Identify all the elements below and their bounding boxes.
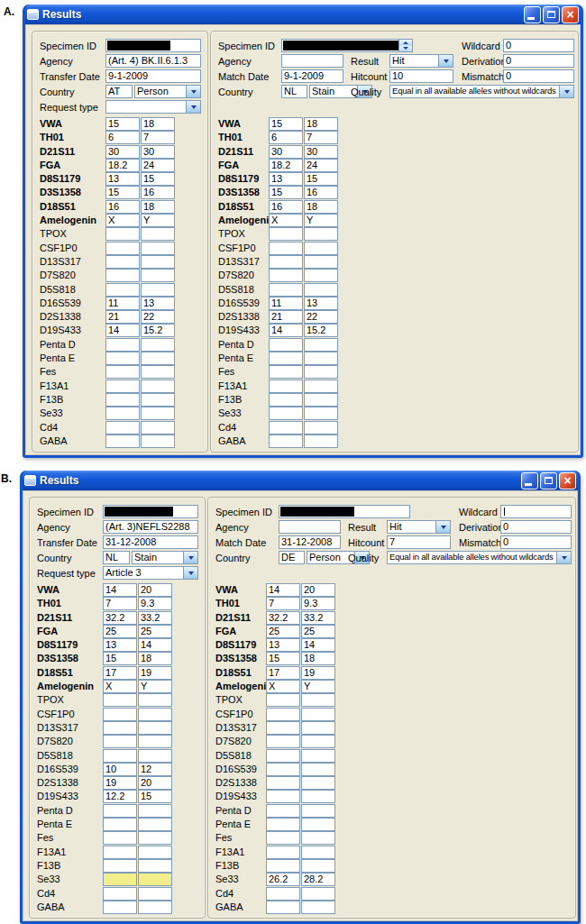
allele-input[interactable]: 30 xyxy=(141,145,175,159)
allele-input[interactable] xyxy=(266,763,300,776)
allele-input[interactable]: 25 xyxy=(301,625,335,638)
allele-input[interactable] xyxy=(103,708,137,721)
allele-input[interactable]: 13 xyxy=(141,297,175,310)
allele-input[interactable] xyxy=(304,269,338,282)
allele-input[interactable]: Y xyxy=(138,680,172,693)
allele-input[interactable] xyxy=(103,818,137,831)
allele-input[interactable]: 30 xyxy=(304,145,338,159)
allele-input[interactable]: 18 xyxy=(141,117,175,131)
allele-input[interactable]: 10 xyxy=(103,763,137,776)
transfer-date-input[interactable]: 31-12-2008 xyxy=(103,535,198,549)
allele-input[interactable] xyxy=(105,435,140,448)
allele-input[interactable] xyxy=(304,421,338,435)
result-combo[interactable]: Hit xyxy=(387,520,451,534)
allele-input[interactable]: 25 xyxy=(138,625,172,638)
maximize-button[interactable] xyxy=(543,6,560,23)
allele-input[interactable]: 17 xyxy=(266,666,300,680)
allele-input[interactable]: 15 xyxy=(103,652,137,665)
allele-input[interactable] xyxy=(269,338,303,352)
allele-input[interactable]: 18 xyxy=(141,200,175,214)
allele-input[interactable] xyxy=(304,242,338,255)
allele-input[interactable] xyxy=(269,435,303,448)
allele-input[interactable] xyxy=(269,393,303,407)
allele-input[interactable] xyxy=(269,365,303,379)
allele-input[interactable] xyxy=(105,227,140,241)
chevron-down-icon[interactable] xyxy=(435,521,450,533)
allele-input[interactable] xyxy=(105,255,140,269)
allele-input[interactable] xyxy=(304,407,338,420)
allele-input[interactable] xyxy=(304,380,338,393)
allele-input[interactable] xyxy=(103,831,137,845)
allele-input[interactable]: 16 xyxy=(269,200,303,214)
chevron-down-icon[interactable] xyxy=(183,552,197,563)
hitcount-input[interactable]: 10 xyxy=(389,69,453,83)
allele-input[interactable]: 22 xyxy=(141,310,175,324)
allele-input[interactable]: 24 xyxy=(304,159,338,172)
chevron-down-icon[interactable] xyxy=(556,552,571,563)
allele-input[interactable] xyxy=(301,846,335,859)
allele-input[interactable]: 19 xyxy=(138,666,172,680)
allele-input[interactable] xyxy=(301,735,335,748)
allele-input[interactable] xyxy=(301,776,335,790)
allele-input[interactable] xyxy=(141,380,175,393)
allele-input[interactable] xyxy=(266,901,300,914)
allele-input[interactable]: 9.3 xyxy=(301,597,335,610)
allele-input[interactable] xyxy=(266,859,300,873)
allele-input[interactable]: 30 xyxy=(269,145,303,159)
specimen-id-input[interactable] xyxy=(105,39,201,52)
allele-input[interactable] xyxy=(269,407,303,420)
allele-input[interactable]: 28.2 xyxy=(301,873,335,886)
allele-input[interactable]: 12 xyxy=(138,763,172,776)
allele-input[interactable]: X xyxy=(269,214,303,227)
allele-input[interactable] xyxy=(103,901,137,914)
agency-input[interactable]: (Art. 4) BK.II.6.1.3 xyxy=(105,54,201,68)
allele-input[interactable] xyxy=(301,859,335,873)
allele-input[interactable] xyxy=(301,763,335,776)
allele-input[interactable] xyxy=(266,790,300,803)
allele-input[interactable] xyxy=(301,901,335,914)
allele-input[interactable] xyxy=(138,721,172,735)
allele-input[interactable] xyxy=(103,859,137,873)
allele-input[interactable] xyxy=(138,831,172,845)
allele-input[interactable] xyxy=(105,283,140,297)
allele-input[interactable]: 15 xyxy=(141,172,175,186)
allele-input[interactable] xyxy=(138,693,172,707)
allele-input[interactable] xyxy=(304,393,338,407)
allele-input[interactable] xyxy=(269,269,303,282)
allele-input[interactable]: 19 xyxy=(103,776,137,790)
allele-input[interactable]: 15 xyxy=(269,186,303,199)
allele-input[interactable] xyxy=(141,407,175,420)
allele-input[interactable]: 13 xyxy=(105,172,140,186)
agency-input[interactable]: (Art. 3)NEFLS2288 xyxy=(103,520,198,534)
allele-input[interactable]: 11 xyxy=(105,297,140,310)
match-date-input[interactable]: 9-1-2009 xyxy=(281,69,343,83)
allele-input[interactable]: 15 xyxy=(105,186,140,199)
allele-input[interactable] xyxy=(269,283,303,297)
allele-input[interactable]: 13 xyxy=(266,638,300,652)
allele-input[interactable]: 33.2 xyxy=(138,611,172,625)
allele-input[interactable]: X xyxy=(103,680,137,693)
allele-input[interactable] xyxy=(103,804,137,818)
allele-input[interactable] xyxy=(266,846,300,859)
chevron-down-icon[interactable] xyxy=(183,567,197,579)
allele-input[interactable] xyxy=(141,242,175,255)
transfer-date-input[interactable]: 9-1-2009 xyxy=(105,69,201,83)
allele-input[interactable]: 7 xyxy=(103,597,137,610)
allele-input[interactable] xyxy=(103,873,137,886)
allele-input[interactable] xyxy=(105,269,140,282)
allele-input[interactable] xyxy=(138,818,172,831)
allele-input[interactable] xyxy=(103,846,137,859)
allele-input[interactable] xyxy=(269,380,303,393)
allele-input[interactable]: 25 xyxy=(266,625,300,638)
allele-input[interactable]: 15 xyxy=(105,117,140,131)
chevron-down-icon[interactable] xyxy=(559,86,573,97)
allele-input[interactable] xyxy=(138,708,172,721)
allele-input[interactable]: 14 xyxy=(266,583,300,597)
allele-input[interactable] xyxy=(138,804,172,818)
allele-input[interactable]: 15 xyxy=(269,117,303,131)
allele-input[interactable] xyxy=(138,901,172,914)
minimize-button[interactable] xyxy=(524,6,541,23)
allele-input[interactable] xyxy=(269,352,303,365)
allele-input[interactable] xyxy=(141,435,175,448)
allele-input[interactable]: 32.2 xyxy=(266,611,300,625)
